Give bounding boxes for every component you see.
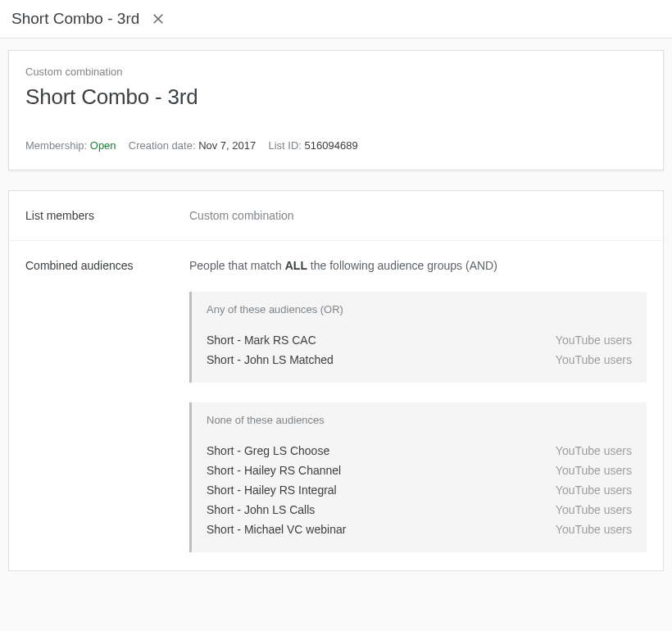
- combined-desc-pre: People that match: [189, 259, 285, 272]
- audience-item: Short - Mark RS CACYouTube users: [207, 330, 632, 350]
- audience-type: YouTube users: [556, 334, 632, 347]
- audience-type: YouTube users: [556, 503, 632, 516]
- combined-desc-post: the following audience groups (AND): [307, 259, 497, 272]
- audience-name: Short - Mark RS CAC: [207, 334, 316, 347]
- list-id-value: 516094689: [305, 139, 358, 152]
- summary-card: Custom combination Short Combo - 3rd Mem…: [8, 50, 664, 170]
- audience-name: Short - Hailey RS Integral: [207, 483, 337, 497]
- card-subheading: Custom combination: [25, 66, 647, 78]
- list-id-label: List ID:: [268, 139, 301, 152]
- creation-date-label: Creation date:: [129, 139, 196, 152]
- close-icon[interactable]: [151, 11, 166, 26]
- list-members-label: List members: [25, 209, 189, 222]
- combined-description: People that match ALL the following audi…: [189, 259, 647, 272]
- audience-group-title: None of these audiences: [207, 414, 632, 426]
- header-bar: Short Combo - 3rd: [0, 0, 672, 39]
- audience-type: YouTube users: [556, 464, 632, 477]
- audience-item: Short - John LS MatchedYouTube users: [207, 350, 632, 370]
- page-title: Short Combo - 3rd: [25, 84, 647, 110]
- audience-name: Short - Greg LS Choose: [207, 444, 329, 457]
- audience-type: YouTube users: [556, 353, 632, 366]
- audience-group: None of these audiencesShort - Greg LS C…: [189, 402, 647, 552]
- card-header: Custom combination Short Combo - 3rd Mem…: [9, 51, 663, 170]
- audience-item: Short - Michael VC webinarYouTube users: [207, 520, 632, 539]
- combined-audiences-label: Combined audiences: [25, 259, 189, 552]
- audience-type: YouTube users: [556, 483, 632, 497]
- combined-content: People that match ALL the following audi…: [189, 259, 647, 552]
- audience-type: YouTube users: [556, 444, 632, 457]
- meta-row: Membership: Open Creation date: Nov 7, 2…: [25, 139, 647, 152]
- header-title: Short Combo - 3rd: [11, 10, 139, 28]
- audience-item: Short - Hailey RS ChannelYouTube users: [207, 461, 632, 480]
- creation-date-value: Nov 7, 2017: [198, 139, 256, 152]
- audience-group: Any of these audiences (OR)Short - Mark …: [189, 292, 647, 383]
- audience-name: Short - Michael VC webinar: [207, 523, 346, 536]
- audience-item: Short - John LS CallsYouTube users: [207, 500, 632, 520]
- audience-group-title: Any of these audiences (OR): [207, 303, 632, 316]
- membership-value: Open: [90, 139, 116, 152]
- audience-groups-container: Any of these audiences (OR)Short - Mark …: [189, 292, 647, 552]
- combined-audiences-row: Combined audiences People that match ALL…: [9, 241, 663, 570]
- audience-name: Short - Hailey RS Channel: [207, 464, 341, 477]
- audience-item: Short - Hailey RS IntegralYouTube users: [207, 480, 632, 500]
- list-members-value: Custom combination: [189, 209, 647, 222]
- audience-item: Short - Greg LS ChooseYouTube users: [207, 441, 632, 461]
- combined-desc-bold: ALL: [285, 259, 307, 272]
- audience-type: YouTube users: [556, 523, 632, 536]
- details-card: List members Custom combination Combined…: [8, 190, 664, 571]
- audience-name: Short - John LS Calls: [207, 503, 315, 516]
- membership-label: Membership:: [25, 139, 87, 152]
- list-members-row: List members Custom combination: [9, 191, 663, 241]
- audience-name: Short - John LS Matched: [207, 353, 334, 366]
